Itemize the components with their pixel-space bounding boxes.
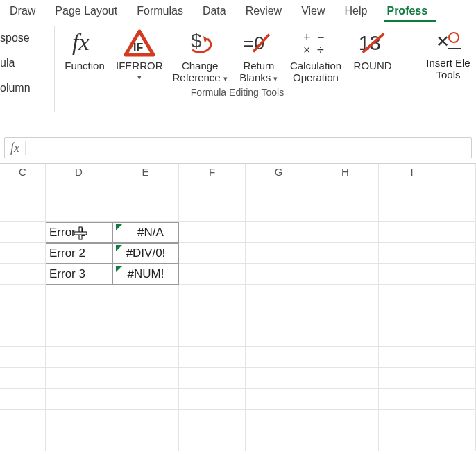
cell[interactable] bbox=[0, 430, 46, 451]
cell[interactable] bbox=[445, 430, 476, 451]
cell[interactable] bbox=[112, 305, 179, 326]
cell[interactable] bbox=[445, 285, 476, 305]
cell[interactable] bbox=[112, 347, 179, 368]
cell[interactable] bbox=[379, 410, 445, 430]
insert-element-tools-button[interactable]: ✕ Insert Ele Tools bbox=[420, 22, 476, 133]
cell[interactable] bbox=[0, 222, 46, 243]
cell-D5[interactable]: Error 3 bbox=[46, 264, 112, 285]
cell[interactable] bbox=[179, 222, 246, 243]
cell[interactable] bbox=[46, 305, 112, 326]
cell[interactable] bbox=[312, 410, 379, 430]
cell[interactable] bbox=[312, 222, 379, 243]
cell[interactable] bbox=[312, 430, 379, 451]
cell[interactable] bbox=[379, 305, 445, 326]
col-header-D[interactable]: D bbox=[46, 164, 112, 180]
cell[interactable] bbox=[179, 285, 246, 305]
cell[interactable] bbox=[445, 180, 476, 201]
formula-input[interactable] bbox=[26, 139, 471, 157]
tab-data[interactable]: Data bbox=[193, 2, 236, 22]
change-reference-button[interactable]: $ Change Reference ▾ bbox=[170, 26, 230, 85]
cell[interactable] bbox=[379, 285, 445, 305]
round-button[interactable]: 13 ROUND bbox=[348, 26, 397, 85]
cell[interactable] bbox=[0, 410, 46, 430]
cell[interactable] bbox=[379, 430, 445, 451]
cell[interactable] bbox=[246, 368, 312, 389]
cell[interactable] bbox=[46, 410, 112, 430]
col-header-C[interactable]: C bbox=[0, 164, 46, 180]
cell[interactable] bbox=[246, 389, 312, 410]
cell[interactable] bbox=[179, 430, 246, 451]
cell[interactable] bbox=[312, 243, 379, 264]
cell[interactable] bbox=[112, 410, 179, 430]
cell[interactable] bbox=[246, 285, 312, 305]
cell[interactable] bbox=[445, 201, 476, 222]
cell[interactable] bbox=[46, 389, 112, 410]
cell[interactable] bbox=[379, 243, 445, 264]
cell[interactable] bbox=[0, 389, 46, 410]
calculation-operation-button[interactable]: + − × ÷ Calculation Operation bbox=[287, 26, 344, 85]
cell[interactable] bbox=[445, 410, 476, 430]
cell[interactable] bbox=[312, 368, 379, 389]
cell[interactable] bbox=[445, 222, 476, 243]
tab-formulas[interactable]: Formulas bbox=[127, 2, 193, 22]
cell[interactable] bbox=[46, 201, 112, 222]
cell[interactable] bbox=[312, 285, 379, 305]
cell[interactable] bbox=[112, 326, 179, 347]
cell[interactable] bbox=[445, 264, 476, 285]
cell[interactable] bbox=[445, 389, 476, 410]
cell[interactable] bbox=[246, 410, 312, 430]
cell[interactable] bbox=[312, 201, 379, 222]
cell[interactable] bbox=[179, 201, 246, 222]
cell-E3[interactable]: #N/A bbox=[112, 222, 179, 243]
cell[interactable] bbox=[312, 180, 379, 201]
cell[interactable] bbox=[246, 222, 312, 243]
cell[interactable] bbox=[312, 326, 379, 347]
cell[interactable] bbox=[179, 368, 246, 389]
cell[interactable] bbox=[379, 222, 445, 243]
cell-E5[interactable]: #NUM! bbox=[112, 264, 179, 285]
tab-review[interactable]: Review bbox=[236, 2, 291, 22]
cell[interactable] bbox=[246, 430, 312, 451]
col-header-G[interactable]: G bbox=[246, 164, 312, 180]
tab-help[interactable]: Help bbox=[335, 2, 377, 22]
cell[interactable] bbox=[379, 389, 445, 410]
cell[interactable] bbox=[112, 368, 179, 389]
cell[interactable] bbox=[379, 326, 445, 347]
cell[interactable] bbox=[0, 305, 46, 326]
iferror-button[interactable]: IF IFERROR ▾ bbox=[113, 26, 166, 85]
cell[interactable] bbox=[0, 347, 46, 368]
cell[interactable] bbox=[46, 285, 112, 305]
cell[interactable] bbox=[179, 347, 246, 368]
cell[interactable] bbox=[379, 201, 445, 222]
cell[interactable] bbox=[0, 243, 46, 264]
cell[interactable] bbox=[0, 285, 46, 305]
cell[interactable] bbox=[312, 389, 379, 410]
cell[interactable] bbox=[379, 347, 445, 368]
cell[interactable] bbox=[46, 347, 112, 368]
cell[interactable] bbox=[46, 180, 112, 201]
col-header-I[interactable]: I bbox=[379, 164, 445, 180]
cell[interactable] bbox=[179, 410, 246, 430]
cell[interactable] bbox=[445, 326, 476, 347]
cell[interactable] bbox=[246, 243, 312, 264]
fx-icon[interactable]: fx bbox=[5, 141, 26, 155]
cell[interactable] bbox=[112, 180, 179, 201]
cell[interactable] bbox=[246, 264, 312, 285]
cell-D3[interactable]: Error 1 bbox=[46, 222, 112, 243]
cell[interactable] bbox=[46, 430, 112, 451]
cell[interactable] bbox=[379, 368, 445, 389]
cell[interactable] bbox=[246, 305, 312, 326]
col-header-E[interactable]: E bbox=[112, 164, 179, 180]
cell[interactable] bbox=[312, 305, 379, 326]
cell[interactable] bbox=[445, 368, 476, 389]
cell[interactable] bbox=[0, 264, 46, 285]
cell[interactable] bbox=[0, 180, 46, 201]
cell[interactable] bbox=[112, 430, 179, 451]
cell[interactable] bbox=[46, 326, 112, 347]
cell[interactable] bbox=[112, 285, 179, 305]
ribbon-left-item[interactable]: spose bbox=[0, 32, 30, 44]
cell[interactable] bbox=[312, 264, 379, 285]
cell[interactable] bbox=[179, 243, 246, 264]
cell[interactable] bbox=[445, 243, 476, 264]
cell[interactable] bbox=[46, 368, 112, 389]
